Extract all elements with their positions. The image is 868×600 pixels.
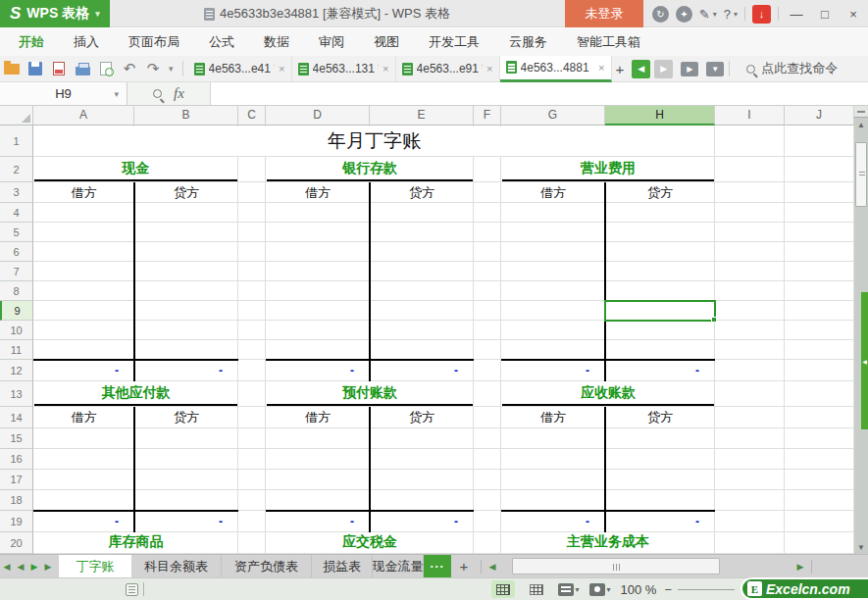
close-tab-icon[interactable]: ×: [279, 63, 284, 75]
grid-cell[interactable]: [501, 203, 605, 223]
menu-tab-插入[interactable]: 插入: [59, 28, 114, 56]
presentation-icon[interactable]: ▶: [681, 62, 698, 76]
grid-cell[interactable]: [715, 449, 785, 470]
column-header-I[interactable]: I: [715, 106, 785, 125]
sheet-tab-损益表[interactable]: 损益表: [312, 555, 373, 577]
document-tab[interactable]: 4e563...e91 *×: [396, 56, 500, 82]
grid-cell[interactable]: [474, 223, 501, 242]
wps-cloud-icon[interactable]: ↻: [652, 6, 669, 23]
row-header-10[interactable]: 10: [0, 321, 33, 340]
grid-cell[interactable]: [238, 321, 266, 340]
grid-cell[interactable]: [238, 203, 266, 223]
select-all-corner[interactable]: [0, 106, 33, 125]
grid-cell[interactable]: [605, 490, 715, 511]
grid-cell[interactable]: [715, 428, 785, 449]
column-header-C[interactable]: C: [238, 106, 266, 125]
export-pdf-icon[interactable]: [48, 58, 70, 79]
grid-cell[interactable]: [238, 470, 266, 490]
grid-cell[interactable]: [715, 157, 785, 182]
grid-cell[interactable]: [33, 281, 134, 301]
hscroll-right-icon[interactable]: ▶: [793, 555, 807, 577]
row-header-4[interactable]: 4: [0, 203, 33, 223]
grid-cell[interactable]: [785, 281, 854, 301]
grid-cell[interactable]: [785, 182, 854, 203]
scroll-up-icon[interactable]: ▲: [854, 118, 868, 131]
grid-cell[interactable]: [134, 203, 238, 223]
close-button[interactable]: ×: [842, 0, 864, 27]
grid-cell[interactable]: [238, 340, 266, 360]
grid-cell[interactable]: [501, 490, 605, 511]
grid-cell[interactable]: [605, 242, 715, 262]
row-header-5[interactable]: 5: [0, 223, 33, 242]
grid-cell[interactable]: [33, 203, 134, 223]
row-header-2[interactable]: 2: [0, 157, 33, 182]
grid-cell[interactable]: [134, 470, 238, 490]
grid-cell[interactable]: [605, 470, 715, 490]
grid-cell[interactable]: [715, 242, 785, 262]
grid-cell[interactable]: [238, 449, 266, 470]
grid-cell[interactable]: [474, 407, 501, 428]
grid-cell[interactable]: [134, 281, 238, 301]
grid-cell[interactable]: [605, 321, 715, 340]
grid-cell[interactable]: [785, 340, 854, 360]
menu-tab-开始[interactable]: 开始: [4, 28, 59, 56]
sheet-tab-现金流量[interactable]: 现金流量: [373, 555, 424, 577]
row-header-19[interactable]: 19: [0, 511, 33, 532]
login-button[interactable]: 未登录: [565, 0, 643, 27]
grid-cell[interactable]: [266, 340, 370, 360]
document-tab[interactable]: 4e563...e41 *×: [188, 56, 292, 82]
grid-cell[interactable]: [238, 262, 266, 281]
grid-cell[interactable]: [33, 490, 134, 511]
fill-handle[interactable]: [711, 317, 717, 323]
sheet-list-button[interactable]: ···: [424, 555, 451, 577]
grid-cell[interactable]: [785, 381, 854, 407]
grid-cell[interactable]: [501, 340, 605, 360]
sheet-tab-科目余额表[interactable]: 科目余额表: [131, 555, 222, 577]
vertical-scroll-thumb[interactable]: [855, 142, 867, 207]
chevron-down-icon[interactable]: ▾: [576, 585, 580, 594]
grid-cell[interactable]: [266, 242, 370, 262]
column-header-G[interactable]: G: [501, 106, 605, 125]
menu-tab-页面布局[interactable]: 页面布局: [114, 28, 194, 56]
horizontal-scroll-thumb[interactable]: [512, 558, 720, 575]
grid-cell[interactable]: [785, 449, 854, 470]
grid-cell[interactable]: [266, 490, 370, 511]
grid-cell[interactable]: [605, 340, 715, 360]
grid-cell[interactable]: [238, 490, 266, 511]
zoom-slider[interactable]: [678, 589, 735, 590]
pen-settings-icon[interactable]: ✎: [699, 7, 710, 22]
insert-function-icon[interactable]: fx: [174, 85, 184, 102]
page-layout-icon[interactable]: [558, 583, 574, 596]
grid-cell[interactable]: [785, 360, 854, 381]
grid-cell[interactable]: [370, 281, 474, 301]
grid-cell[interactable]: [370, 340, 474, 360]
grid-cell[interactable]: [33, 470, 134, 490]
column-header-E[interactable]: E: [370, 106, 474, 125]
page-break-view-icon[interactable]: [525, 580, 548, 598]
close-tab-icon[interactable]: ×: [383, 63, 388, 75]
grid-cell[interactable]: [474, 321, 501, 340]
grid-cell[interactable]: [370, 262, 474, 281]
menu-tab-数据[interactable]: 数据: [249, 28, 304, 56]
grid-cell[interactable]: [474, 281, 501, 301]
horizontal-scrollbar[interactable]: [499, 555, 793, 578]
sheet-tab-丁字账[interactable]: 丁字账: [59, 555, 131, 577]
grid-cell[interactable]: [238, 360, 266, 381]
chevron-down-icon[interactable]: ▾: [713, 10, 717, 19]
side-panel-toggle[interactable]: ◀: [861, 292, 868, 429]
grid-cell[interactable]: [715, 223, 785, 242]
grid-cell[interactable]: [501, 449, 605, 470]
row-header-7[interactable]: 7: [0, 262, 33, 281]
grid-cell[interactable]: [266, 262, 370, 281]
document-tab[interactable]: 4e563...4881×: [500, 56, 612, 82]
row-header-1[interactable]: 1: [0, 125, 33, 157]
magnifier-icon[interactable]: [153, 89, 162, 98]
grid-cell[interactable]: [715, 301, 785, 321]
grid-cell[interactable]: [785, 532, 854, 554]
name-box[interactable]: H9 ▾: [0, 82, 128, 105]
grid-cell[interactable]: [238, 532, 266, 554]
grid-cell[interactable]: [501, 321, 605, 340]
row-header-13[interactable]: 13: [0, 381, 33, 407]
grid-cell[interactable]: [33, 340, 134, 360]
menu-tab-开发工具[interactable]: 开发工具: [414, 28, 494, 56]
